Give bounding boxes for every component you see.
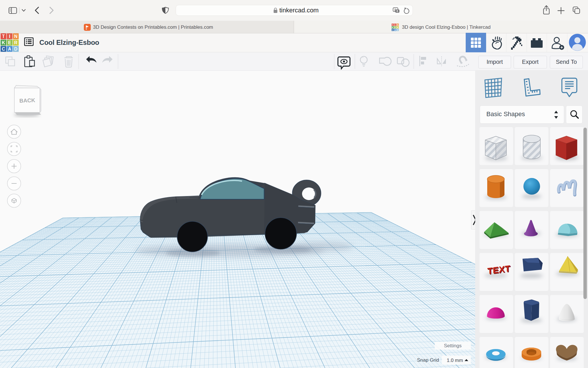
svg-text:I: I [395,24,395,26]
svg-text:A: A [8,47,11,51]
svg-text:T: T [392,24,393,26]
svg-text:I: I [9,34,10,39]
svg-text:1.0 mm: 1.0 mm [447,358,463,363]
svg-text:K: K [392,26,393,28]
svg-text:T: T [2,34,5,39]
svg-text:Snap Grid: Snap Grid [417,357,439,363]
svg-text:C: C [392,29,393,31]
svg-text:C: C [2,47,5,51]
svg-text:K: K [2,40,5,45]
svg-text:N: N [397,24,398,26]
svg-text:E: E [394,26,396,28]
svg-text:A: A [394,29,396,31]
svg-text:E: E [8,40,11,45]
svg-text:R: R [397,26,398,28]
svg-text:D: D [14,47,18,51]
svg-text:N: N [14,34,18,39]
svg-text:BACK: BACK [19,97,35,104]
svg-text:Settings: Settings [444,343,461,348]
svg-text:R: R [14,40,18,45]
svg-text:D: D [397,29,398,31]
